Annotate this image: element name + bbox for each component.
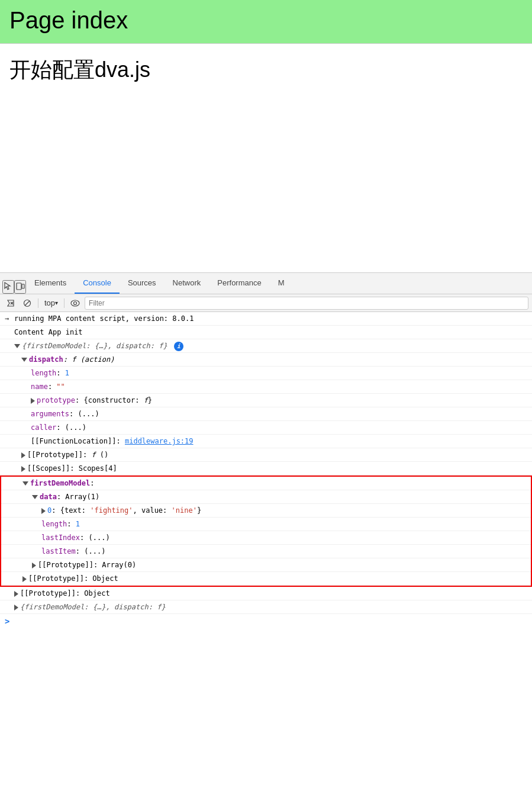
svg-rect-1 <box>22 284 24 288</box>
inspect-element-button[interactable] <box>2 280 14 294</box>
console-line-fdm-proto[interactable]: [[Prototype]]: Object <box>1 572 531 586</box>
tab-console[interactable]: Console <box>75 272 120 294</box>
console-line-lastitem: lastItem: (...) <box>1 545 531 558</box>
console-line-proto-fn[interactable]: [[Prototype]]: f () <box>0 448 532 462</box>
prompt-chevron: > <box>5 616 9 626</box>
expand-prototype-icon[interactable] <box>31 398 35 404</box>
expand-fdm-icon[interactable] <box>22 481 28 486</box>
console-prompt-line[interactable]: > <box>0 614 532 628</box>
devtools-tab-bar: Elements Console Sources Network Perform… <box>0 273 532 294</box>
clear-console-button[interactable] <box>4 296 18 310</box>
svg-rect-0 <box>17 283 21 290</box>
ban-button[interactable] <box>20 296 34 310</box>
console-line-content-app: Content App init <box>0 326 532 339</box>
console-line-outer-proto[interactable]: [[Prototype]]: Object <box>0 587 532 600</box>
console-line-length: length: 1 <box>0 367 532 380</box>
expand-data-icon[interactable] <box>32 495 38 499</box>
console-filter-input[interactable] <box>85 297 528 310</box>
expand-proto-fn-icon[interactable] <box>21 452 25 458</box>
svg-line-6 <box>25 301 30 306</box>
console-line-name: name: "" <box>0 380 532 394</box>
devtools-panel: Elements Console Sources Network Perform… <box>0 272 532 628</box>
svg-marker-2 <box>8 300 14 306</box>
console-line-arguments: arguments: (...) <box>0 407 532 421</box>
page-header: Page index <box>0 0 532 44</box>
console-line-mpa: → running MPA content script, version: 8… <box>0 312 532 326</box>
device-toggle-button[interactable] <box>14 280 26 294</box>
console-line-data-header[interactable]: data: Array(1) <box>1 490 531 504</box>
console-line-dispatch-header[interactable]: dispatch: f (action) <box>0 353 532 367</box>
console-line-scopes[interactable]: [[Scopes]]: Scopes[4] <box>0 462 532 475</box>
context-selector[interactable]: top <box>42 297 60 309</box>
expand-dispatch-icon[interactable] <box>21 358 27 362</box>
expand-scopes-icon[interactable] <box>21 466 25 472</box>
console-toolbar-separator <box>38 298 38 308</box>
expand-data-0-icon[interactable] <box>41 508 46 514</box>
tab-sources[interactable]: Sources <box>120 272 165 294</box>
tab-more[interactable]: M <box>270 272 293 294</box>
red-border-section: firstDemoModel: data: Array(1) 0: {text:… <box>0 475 532 587</box>
svg-point-8 <box>74 301 77 304</box>
console-line-fdm-header[interactable]: firstDemoModel: <box>1 477 531 490</box>
expand-obj-icon[interactable] <box>14 344 20 348</box>
console-toolbar: top <box>0 294 532 312</box>
console-line-prototype[interactable]: prototype: {constructor: f} <box>0 394 532 407</box>
middleware-link[interactable]: middleware.js:19 <box>125 437 194 445</box>
expand-fdm-proto-icon[interactable] <box>22 576 27 582</box>
tab-elements[interactable]: Elements <box>26 272 75 294</box>
console-line-funclocation: [[FunctionLocation]]: middleware.js:19 <box>0 435 532 448</box>
svg-point-7 <box>71 300 79 306</box>
eye-button[interactable] <box>68 296 82 310</box>
console-line-obj-main[interactable]: {firstDemoModel: {…}, dispatch: f} i <box>0 339 532 353</box>
page-subheading: 开始配置dva.js <box>9 56 523 85</box>
expand-data-proto-icon[interactable] <box>32 563 36 568</box>
console-line-lastindex: lastIndex: (...) <box>1 531 531 545</box>
tab-performance[interactable]: Performance <box>209 272 269 294</box>
console-content: → running MPA content script, version: 8… <box>0 312 532 628</box>
console-toolbar-separator-2 <box>64 298 65 308</box>
console-line-data-proto[interactable]: [[Prototype]]: Array(0) <box>1 558 531 572</box>
page-title: Page index <box>9 7 523 34</box>
console-line-data-0[interactable]: 0: {text: 'fighting', value: 'nine'} <box>1 504 531 518</box>
console-line-obj-second[interactable]: {firstDemoModel: {…}, dispatch: f} <box>0 600 532 614</box>
page-body: 开始配置dva.js <box>0 44 532 97</box>
tab-network[interactable]: Network <box>165 272 209 294</box>
info-icon: i <box>174 342 183 351</box>
console-line-caller: caller: (...) <box>0 421 532 435</box>
console-line-data-length: length: 1 <box>1 518 531 531</box>
expand-obj2-icon[interactable] <box>14 605 18 611</box>
expand-outer-proto-icon[interactable] <box>14 591 18 597</box>
